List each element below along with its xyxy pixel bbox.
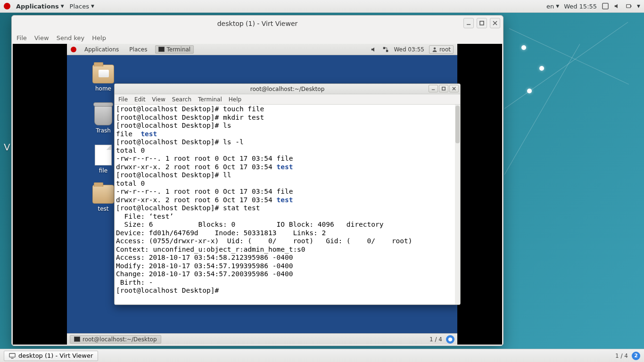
guest-user-menu[interactable]: root bbox=[429, 45, 454, 54]
accessibility-icon[interactable] bbox=[602, 3, 609, 10]
host-top-panel: Applications▼ Places▼ en▼ Wed 15:55 ▼ bbox=[0, 0, 644, 13]
folder-home-icon bbox=[92, 65, 114, 83]
virt-menu-sendkey[interactable]: Send key bbox=[57, 34, 85, 41]
guest-taskbar-item[interactable]: root@localhost:~/Desktop bbox=[70, 335, 161, 344]
terminal-body[interactable]: [root@localhost Desktop]# touch file [ro… bbox=[115, 105, 460, 304]
terminal-close-button[interactable] bbox=[449, 85, 459, 92]
terminal-icon bbox=[158, 47, 165, 52]
svg-rect-8 bbox=[386, 49, 388, 51]
virt-menu-file[interactable]: File bbox=[17, 34, 27, 41]
svg-rect-4 bbox=[480, 21, 484, 25]
volume-icon[interactable] bbox=[613, 3, 620, 10]
system-menu-chevron-icon[interactable]: ▼ bbox=[637, 4, 640, 8]
host-places-menu[interactable]: Places▼ bbox=[70, 3, 94, 10]
guest-display-area: Applications Places Terminal Wed 03:55 r… bbox=[13, 44, 502, 345]
terminal-menu-help[interactable]: Help bbox=[229, 96, 241, 103]
terminal-title: root@localhost:~/Desktop bbox=[250, 86, 325, 92]
terminal-minimize-button[interactable] bbox=[429, 85, 438, 92]
terminal-window: root@localhost:~/Desktop File Edit View … bbox=[114, 83, 461, 305]
svg-point-9 bbox=[434, 47, 436, 49]
host-taskbar-virt-viewer[interactable]: desktop (1) - Virt Viewer bbox=[4, 351, 98, 361]
guest-volume-icon[interactable] bbox=[370, 46, 377, 53]
file-icon bbox=[95, 145, 112, 165]
terminal-menu-file[interactable]: File bbox=[118, 96, 128, 103]
host-applications-menu[interactable]: Applications▼ bbox=[16, 3, 64, 10]
guest-applications-menu[interactable]: Applications bbox=[82, 46, 121, 53]
terminal-maximize-button[interactable] bbox=[439, 85, 448, 92]
guest-pager-text: 1 / 4 bbox=[429, 336, 442, 343]
svg-rect-7 bbox=[383, 47, 385, 49]
guest-screen: Applications Places Terminal Wed 03:55 r… bbox=[67, 44, 457, 345]
terminal-scroll-thumb[interactable] bbox=[455, 106, 460, 143]
virt-menu-view[interactable]: View bbox=[34, 34, 49, 41]
trash-icon bbox=[94, 105, 112, 125]
guest-places-menu[interactable]: Places bbox=[127, 46, 149, 53]
terminal-titlebar[interactable]: root@localhost:~/Desktop bbox=[115, 84, 460, 94]
guest-panel-active-task[interactable]: Terminal bbox=[155, 45, 194, 54]
battery-icon[interactable] bbox=[625, 3, 632, 10]
terminal-menubar: File Edit View Search Terminal Help bbox=[115, 94, 460, 105]
host-lang-indicator[interactable]: en▼ bbox=[546, 3, 559, 10]
host-workspace-badge-icon[interactable]: 2 bbox=[632, 352, 640, 360]
guest-redhat-icon bbox=[71, 47, 76, 52]
guest-bottom-panel: root@localhost:~/Desktop 1 / 4 ● bbox=[67, 333, 457, 345]
svg-rect-11 bbox=[442, 87, 445, 90]
virt-menubar: File View Send key Help bbox=[12, 32, 503, 44]
virt-menu-help[interactable]: Help bbox=[92, 34, 106, 41]
folder-icon bbox=[92, 185, 114, 204]
terminal-menu-search[interactable]: Search bbox=[172, 96, 191, 103]
terminal-menu-edit[interactable]: Edit bbox=[134, 96, 145, 103]
guest-clock[interactable]: Wed 03:55 bbox=[394, 46, 424, 53]
svg-rect-1 bbox=[626, 5, 630, 8]
terminal-scrollbar[interactable] bbox=[455, 105, 460, 304]
redhat-icon bbox=[4, 3, 10, 9]
user-icon bbox=[432, 47, 438, 52]
virt-titlebar[interactable]: desktop (1) - Virt Viewer bbox=[12, 16, 503, 32]
virt-viewer-window: desktop (1) - Virt Viewer File View Send… bbox=[11, 15, 504, 346]
virt-close-button[interactable] bbox=[490, 18, 500, 28]
monitor-icon bbox=[9, 353, 16, 359]
guest-workspace-badge-icon[interactable]: ● bbox=[446, 335, 454, 344]
virt-minimize-button[interactable] bbox=[463, 18, 474, 28]
guest-network-icon[interactable] bbox=[382, 46, 389, 53]
host-clock[interactable]: Wed 15:55 bbox=[564, 3, 597, 10]
svg-rect-2 bbox=[630, 5, 631, 7]
background-hint-letter: V bbox=[4, 141, 10, 153]
terminal-menu-terminal[interactable]: Terminal bbox=[198, 96, 222, 103]
virt-title: desktop (1) - Virt Viewer bbox=[217, 20, 298, 27]
svg-rect-0 bbox=[602, 3, 608, 9]
guest-desktop[interactable]: home Trash file test root@localh bbox=[67, 55, 457, 333]
host-pager-text: 1 / 4 bbox=[615, 353, 628, 359]
terminal-menu-view[interactable]: View bbox=[152, 96, 165, 103]
guest-top-panel: Applications Places Terminal Wed 03:55 r… bbox=[67, 44, 457, 55]
virt-maximize-button[interactable] bbox=[477, 18, 487, 28]
host-bottom-panel: desktop (1) - Virt Viewer 1 / 4 2 bbox=[0, 349, 644, 362]
terminal-icon bbox=[74, 337, 80, 342]
svg-rect-14 bbox=[9, 353, 15, 357]
